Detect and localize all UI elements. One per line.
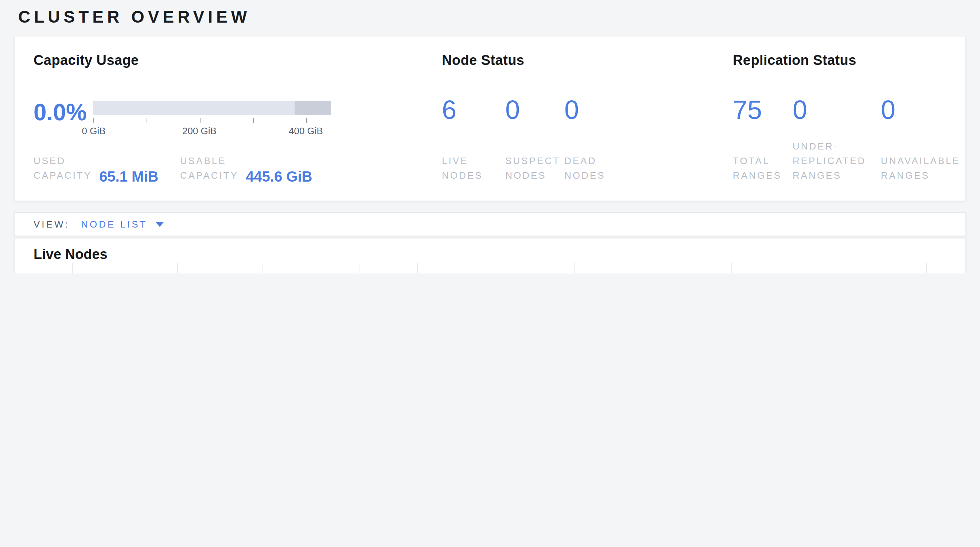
axis-tick [146,118,147,123]
summary-card: Capacity Usage 0.0% 0 GiB 200 GiB 400 Gi… [14,36,966,201]
column-header-uptime[interactable]: UPTIME [178,262,262,274]
chevron-down-icon [155,222,164,227]
dead-nodes-label: DEAD NODES [565,154,605,183]
used-capacity-stat: USED CAPACITY 65.1 MiB [33,154,158,183]
live-nodes-title: Live Nodes [14,239,966,262]
view-dropdown[interactable]: NODE LIST [81,219,164,230]
table-header-row: IDADDRESSUPTIMEREPLICASCPUSCAPACITY USAG… [14,262,966,274]
view-selected-value: NODE LIST [81,219,147,230]
view-label: VIEW: [33,219,69,230]
capacity-bar-chart: 0 GiB 200 GiB 400 GiB [93,100,331,144]
cluster-overview-page: CLUSTER OVERVIEW Capacity Usage 0.0% 0 G… [0,0,980,274]
column-header-replicas[interactable]: REPLICAS [262,262,360,274]
axis-tick-label: 200 GiB [182,125,216,136]
axis-tick-label: 400 GiB [289,125,323,136]
under-replicated-ranges-label: UNDER- REPLICATED RANGES [792,139,866,183]
capacity-usage-panel: Capacity Usage 0.0% 0 GiB 200 GiB 400 Gi… [33,37,420,200]
used-capacity-value: 65.1 MiB [99,169,158,185]
column-header-id[interactable]: ID [14,262,73,274]
unavailable-ranges-count: 0 [881,95,896,126]
page-title: CLUSTER OVERVIEW [18,7,250,27]
axis-tick-label: 0 GiB [82,125,105,136]
live-nodes-label: LIVE NODES [442,154,483,183]
node-status-panel: Node Status 6 LIVE NODES 0 SUSPECT NODES… [442,37,726,200]
axis-tick [93,118,94,123]
total-ranges-label: TOTAL RANGES [733,154,782,183]
total-ranges-count: 75 [733,95,762,126]
axis-tick [253,118,253,123]
unavailable-ranges-label: UNAVAILABLE RANGES [881,154,960,183]
capacity-usage-title: Capacity Usage [33,52,139,68]
replication-status-title: Replication Status [733,52,856,68]
usable-capacity-value: 445.6 GiB [246,169,312,185]
used-capacity-label: USED CAPACITY [33,154,92,183]
column-header-version[interactable]: VERSION [732,262,927,274]
usable-capacity-label: USABLE CAPACITY [180,154,239,183]
capacity-used-percent: 0.0% [33,99,87,126]
live-nodes-card: Live Nodes IDADDRESSUPTIMEREPLICASCPUSCA… [14,238,966,274]
capacity-bar-dark-segment [294,100,331,115]
suspect-nodes-label: SUSPECT NODES [505,154,560,183]
live-nodes-count: 6 [442,95,457,126]
replication-status-panel: Replication Status 75 TOTAL RANGES 0 UND… [733,37,966,200]
view-selector-bar: VIEW: NODE LIST [14,212,966,236]
column-header-logs: LOGS [927,262,966,274]
usable-capacity-stat: USABLE CAPACITY 445.6 GiB [180,154,312,183]
capacity-bar [93,100,331,115]
dead-nodes-count: 0 [565,95,579,126]
axis-tick [306,118,307,123]
column-header-address[interactable]: ADDRESS [73,262,178,274]
axis-tick [199,118,200,123]
column-header-mem-usage[interactable]: MEM USAGE [574,262,732,274]
node-status-title: Node Status [442,52,524,68]
column-header-capacity-usage[interactable]: CAPACITY USAGE [417,262,574,274]
suspect-nodes-count: 0 [505,95,520,126]
under-replicated-ranges-count: 0 [792,95,807,126]
column-header-cpus: CPUS [360,262,417,274]
